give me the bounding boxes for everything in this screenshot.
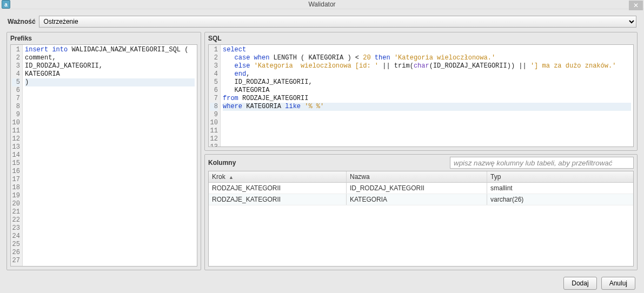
content-area: Ważność Ostrzeżenie Prefiks 123456789101… bbox=[0, 9, 644, 293]
columns-panel: Kolumny Krok ▲ Nazwa Typ RODZAJE_KATE bbox=[204, 154, 638, 270]
col-header-typ-label: Typ bbox=[490, 173, 501, 181]
app-icon: a bbox=[2, 0, 10, 9]
columns-header: Kolumny bbox=[205, 155, 637, 171]
footer: Dodaj Anuluj bbox=[4, 274, 640, 292]
cell-typ: varchar(26) bbox=[487, 194, 633, 205]
close-button[interactable]: ✕ bbox=[629, 1, 643, 10]
cell-krok: RODZAJE_KATEGORII bbox=[209, 183, 347, 194]
close-icon: ✕ bbox=[633, 2, 639, 9]
table-row[interactable]: RODZAJE_KATEGORIIKATEGORIAvarchar(26) bbox=[209, 194, 633, 205]
sort-asc-icon: ▲ bbox=[229, 175, 234, 180]
prefix-title: Prefiks bbox=[7, 32, 201, 44]
columns-grid-header: Krok ▲ Nazwa Typ bbox=[209, 171, 633, 183]
col-header-typ[interactable]: Typ bbox=[487, 171, 633, 182]
main-split: Prefiks 12345678910111213141516171819202… bbox=[4, 32, 640, 270]
columns-title: Kolumny bbox=[208, 159, 236, 167]
columns-grid-rows: RODZAJE_KATEGORIIID_RODZAJ_KATEGORIIsmal… bbox=[209, 183, 633, 266]
prefix-editor-wrap: 1234567891011121314151617181920212223242… bbox=[10, 44, 197, 267]
window-title: Walidator bbox=[0, 1, 644, 8]
col-header-krok[interactable]: Krok ▲ bbox=[209, 171, 347, 182]
sql-title: SQL bbox=[205, 32, 637, 44]
severity-select[interactable]: Ostrzeżenie bbox=[39, 16, 636, 28]
cell-nazwa: ID_RODZAJ_KATEGORII bbox=[347, 183, 487, 194]
columns-filter-input[interactable] bbox=[450, 157, 634, 169]
col-header-krok-label: Krok bbox=[212, 173, 225, 181]
columns-grid: Krok ▲ Nazwa Typ RODZAJE_KATEGORIIID_ROD… bbox=[208, 171, 634, 267]
sql-gutter: 12345678910111213 bbox=[209, 45, 221, 146]
right-column: SQL 12345678910111213 select case when L… bbox=[204, 32, 638, 270]
prefix-code[interactable]: insert into WALIDACJA_NAZW_KATEGORII_SQL… bbox=[23, 45, 197, 266]
severity-label: Ważność bbox=[8, 18, 36, 25]
cell-krok: RODZAJE_KATEGORII bbox=[209, 194, 347, 205]
sql-panel: SQL 12345678910111213 select case when L… bbox=[204, 32, 638, 151]
app-icon-letter: a bbox=[4, 2, 8, 8]
cancel-button[interactable]: Anuluj bbox=[601, 277, 635, 290]
prefix-panel: Prefiks 12345678910111213141516171819202… bbox=[6, 32, 201, 270]
validator-window: a Walidator ✕ Ważność Ostrzeżenie Prefik… bbox=[0, 0, 644, 293]
titlebar: a Walidator ✕ bbox=[0, 0, 644, 9]
prefix-editor[interactable]: 1234567891011121314151617181920212223242… bbox=[11, 45, 197, 266]
sql-editor[interactable]: 12345678910111213 select case when LENGT… bbox=[209, 45, 633, 146]
col-header-nazwa-label: Nazwa bbox=[350, 173, 370, 181]
sql-code[interactable]: select case when LENGTH ( KATEGORIA ) < … bbox=[221, 45, 633, 146]
sql-editor-wrap: 12345678910111213 select case when LENGT… bbox=[208, 44, 634, 147]
prefix-gutter: 1234567891011121314151617181920212223242… bbox=[11, 45, 23, 266]
cell-typ: smallint bbox=[487, 183, 633, 194]
severity-row: Ważność Ostrzeżenie bbox=[4, 12, 640, 29]
add-button[interactable]: Dodaj bbox=[563, 277, 596, 290]
table-row[interactable]: RODZAJE_KATEGORIIID_RODZAJ_KATEGORIIsmal… bbox=[209, 183, 633, 194]
col-header-nazwa[interactable]: Nazwa bbox=[347, 171, 487, 182]
cell-nazwa: KATEGORIA bbox=[347, 194, 487, 205]
